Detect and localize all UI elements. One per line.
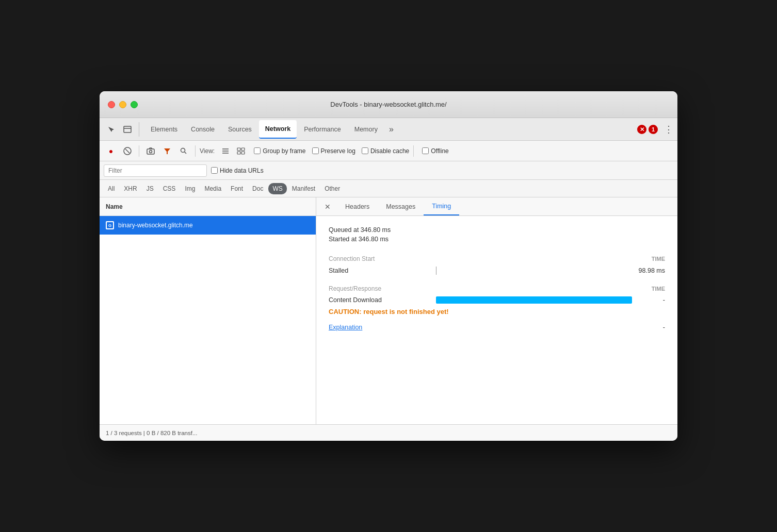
file-favicon: G — [106, 221, 114, 229]
detail-tab-headers[interactable]: Headers — [337, 198, 378, 215]
record-button[interactable]: ● — [104, 144, 118, 158]
queued-at: Queued at 346.80 ms — [329, 226, 665, 234]
time-header-1: TIME — [652, 256, 665, 262]
type-manifest[interactable]: Manifest — [288, 183, 319, 194]
tab-performance[interactable]: Performance — [298, 120, 347, 139]
titlebar: DevTools - binary-websocket.glitch.me/ — [100, 91, 677, 118]
detail-tab-timing[interactable]: Timing — [424, 198, 459, 215]
devtools-window: DevTools - binary-websocket.glitch.me/ E… — [100, 91, 677, 441]
divider-2 — [195, 145, 196, 157]
tab-memory[interactable]: Memory — [348, 120, 384, 139]
minimize-button[interactable] — [119, 101, 126, 108]
main-content: Name G binary-websocket.glitch.me ✕ Head… — [100, 197, 677, 424]
svg-line-5 — [125, 149, 130, 153]
cursor-icon[interactable] — [104, 122, 118, 137]
svg-rect-0 — [124, 126, 131, 132]
error-icon: ✕ — [637, 125, 646, 134]
type-font[interactable]: Font — [226, 183, 247, 194]
divider-1 — [139, 145, 139, 157]
network-toolbar: ● View: — [100, 141, 677, 161]
statusbar: 1 / 3 requests | 0 B / 820 B transf... — [100, 424, 677, 441]
filter-input[interactable] — [104, 164, 207, 177]
window-title: DevTools - binary-websocket.glitch.me/ — [330, 101, 446, 108]
camera-button[interactable] — [143, 144, 158, 158]
maximize-button[interactable] — [131, 101, 138, 108]
started-at: Started at 346.80 ms — [329, 236, 665, 243]
type-other[interactable]: Other — [320, 183, 344, 194]
connection-start-label: Connection Start — [329, 255, 375, 262]
stalled-bar — [436, 267, 436, 275]
tab-console[interactable]: Console — [185, 120, 221, 139]
divider-3 — [413, 145, 414, 157]
svg-rect-6 — [147, 149, 154, 154]
search-button[interactable] — [176, 144, 191, 158]
type-xhr[interactable]: XHR — [120, 183, 141, 194]
content-download-row: Content Download - — [329, 296, 665, 304]
group-by-frame-checkbox[interactable]: Group by frame — [254, 147, 305, 155]
detail-tab-messages[interactable]: Messages — [378, 198, 424, 215]
svg-marker-8 — [164, 148, 170, 154]
tabbar: Elements Console Sources Network Perform… — [100, 118, 677, 141]
more-tabs-button[interactable]: » — [385, 125, 398, 134]
preserve-log-checkbox[interactable]: Preserve log — [312, 147, 355, 155]
caution-message: CAUTION: request is not finished yet! — [329, 308, 665, 315]
content-download-label: Content Download — [329, 296, 432, 304]
type-img[interactable]: Img — [181, 183, 199, 194]
svg-point-9 — [181, 148, 185, 152]
hide-urls-checkbox[interactable]: Hide data URLs — [211, 167, 264, 174]
detail-content: Queued at 346.80 ms Started at 346.80 ms… — [316, 216, 677, 424]
close-button[interactable] — [108, 101, 115, 108]
explanation-dash: - — [663, 324, 665, 331]
type-doc[interactable]: Doc — [248, 183, 267, 194]
view-label: View: — [200, 147, 215, 155]
type-ws[interactable]: WS — [268, 183, 286, 194]
time-header-2: TIME — [652, 286, 665, 292]
stalled-row: Stalled 98.98 ms — [329, 267, 665, 275]
content-download-value: - — [663, 296, 665, 304]
svg-rect-17 — [241, 152, 245, 154]
status-text: 1 / 3 requests | 0 B / 820 B transf... — [106, 430, 198, 436]
close-detail-button[interactable]: ✕ — [320, 200, 335, 214]
svg-rect-16 — [237, 152, 240, 154]
svg-rect-14 — [237, 148, 240, 151]
error-badge: 1 — [649, 125, 658, 134]
svg-text:G: G — [108, 223, 111, 228]
request-response-label: Request/Response — [329, 285, 381, 292]
type-css[interactable]: CSS — [159, 183, 180, 194]
tab-sources[interactable]: Sources — [222, 120, 258, 139]
tab-icon-group — [104, 122, 139, 137]
filter-button[interactable] — [160, 144, 174, 158]
tab-network[interactable]: Network — [259, 120, 297, 139]
explanation-row: Explanation - — [329, 324, 665, 331]
explanation-link[interactable]: Explanation — [329, 324, 362, 331]
svg-text:✕: ✕ — [640, 126, 644, 132]
filter-bar: Hide data URLs — [100, 161, 677, 180]
svg-point-7 — [150, 150, 152, 153]
type-all[interactable]: All — [104, 183, 119, 194]
stalled-value: 98.98 ms — [639, 267, 665, 274]
type-filter-bar: All XHR JS CSS Img Media Font Doc WS Man… — [100, 180, 677, 197]
type-media[interactable]: Media — [200, 183, 225, 194]
tab-elements[interactable]: Elements — [144, 120, 184, 139]
request-response-section: Request/Response TIME — [329, 285, 665, 292]
file-item[interactable]: G binary-websocket.glitch.me — [100, 216, 316, 235]
detail-panel: ✕ Headers Messages Timing Queued at 346.… — [316, 197, 677, 424]
file-list-header: Name — [100, 197, 316, 216]
stalled-label: Stalled — [329, 267, 432, 274]
detail-tabs: ✕ Headers Messages Timing — [316, 197, 677, 216]
traffic-lights — [108, 101, 138, 108]
file-list: Name G binary-websocket.glitch.me — [100, 197, 316, 424]
offline-checkbox[interactable]: Offline — [422, 147, 448, 155]
disable-cache-checkbox[interactable]: Disable cache — [362, 147, 409, 155]
tree-view-button[interactable] — [234, 145, 248, 157]
download-progress-bar — [436, 296, 632, 304]
tab-right-area: ✕ 1 ⋮ — [637, 124, 673, 135]
svg-line-10 — [185, 152, 187, 154]
type-js[interactable]: JS — [142, 183, 158, 194]
svg-rect-15 — [241, 148, 245, 151]
clear-button[interactable] — [120, 144, 135, 158]
dock-icon[interactable] — [120, 122, 135, 137]
connection-start-section: Connection Start TIME — [329, 255, 665, 262]
list-view-button[interactable] — [219, 145, 232, 157]
more-options-button[interactable]: ⋮ — [664, 124, 673, 135]
